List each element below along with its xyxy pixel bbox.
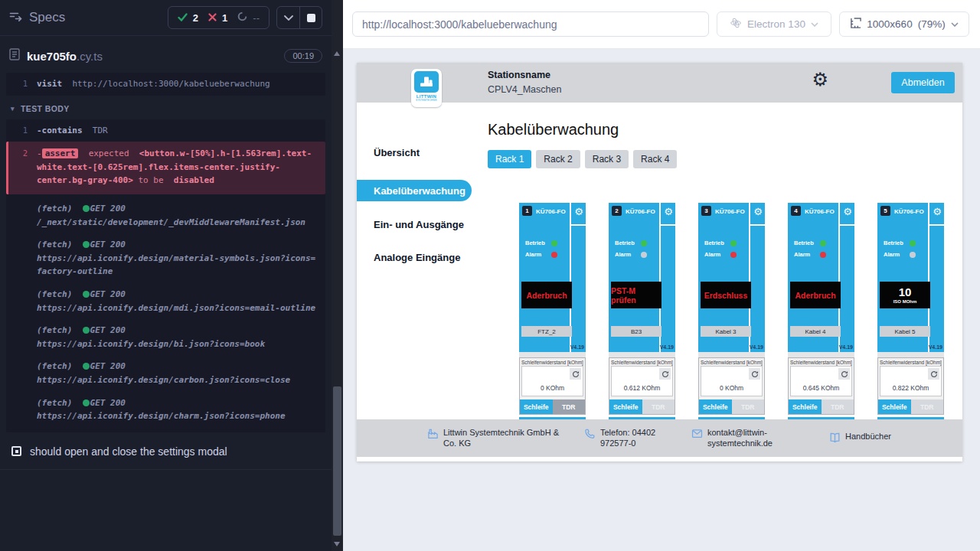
module-gear-icon[interactable]: ⚙ (574, 207, 583, 217)
failed-assert-row[interactable]: 2 -assert expected <button.w-[50%].h-[1.… (6, 142, 325, 194)
book-icon (829, 432, 841, 446)
resistance-readout: 0.645 KOhm (790, 366, 852, 396)
module-number-badge: 2 (612, 206, 622, 216)
status-ok-dot (83, 291, 90, 298)
settings-gear-icon[interactable]: ⚙ (812, 70, 828, 89)
resistance-value: 0.822 KOhm (880, 384, 941, 392)
station-label: Stationsname (488, 70, 561, 80)
spec-file-name: kue705fo.cy.ts (27, 50, 103, 63)
tdr-button[interactable]: TDR (911, 399, 944, 414)
module-model: KÜ706-FO (536, 208, 566, 215)
scrollbar-thumb[interactable] (333, 386, 341, 536)
pending-test-row[interactable]: should open and close the settings modal (0, 434, 332, 470)
url-input[interactable] (352, 11, 709, 37)
reporter-header: Specs 2 1 -- (0, 0, 332, 36)
cable-label: Kabel 5 (880, 326, 930, 337)
resistance-panel: Schleifenwiderstand [kOhm]0 KOhmSchleife… (698, 357, 765, 415)
rack-tab-2[interactable]: Rack 2 (536, 150, 580, 168)
chevron-down-icon (951, 22, 959, 27)
tdr-button[interactable]: TDR (822, 399, 854, 414)
cable-label: FTZ_2 (521, 326, 572, 337)
network-log-row[interactable]: (fetch) GET 200https://api.iconify.desig… (6, 230, 325, 280)
alarm-led (730, 252, 737, 258)
module-display: 10ISO MOhm (880, 282, 930, 308)
reporter-scrollbar[interactable] (332, 0, 343, 551)
resistance-panel: Schleifenwiderstand [kOhm]0.822 KOhmSchl… (877, 357, 944, 415)
preview-topbar: Electron 130 1000x660 (79%) (343, 0, 980, 49)
betrieb-led (820, 240, 826, 246)
device-card-1: 1KÜ706-FO⚙BetriebAlarmAderbruchFTZ_2V4.1… (519, 203, 586, 426)
device-card-3: 3KÜ706-FO⚙BetriebAlarmErdschlussKabel 3V… (698, 203, 765, 426)
specs-label[interactable]: Specs (29, 10, 65, 25)
station-info: Stationsname CPLV4_Maschen (488, 70, 561, 95)
schleife-button[interactable]: Schleife (789, 399, 822, 414)
firmware-version: V4.19 (839, 344, 853, 350)
pending-circle-icon (237, 11, 247, 24)
network-log-row[interactable]: (fetch) GET 200https://api.iconify.desig… (6, 352, 325, 388)
scroll-up-arrow[interactable] (334, 51, 340, 56)
browser-select[interactable]: Electron 130 (717, 11, 831, 37)
ruler-icon (850, 18, 861, 31)
rack-tab-1[interactable]: Rack 1 (488, 150, 531, 168)
resistance-label: Schleifenwiderstand [kOhm] (520, 358, 585, 366)
test-body-section[interactable]: ▾ TEST BODY (6, 96, 325, 119)
aut-iframe: LITTWIN SYSTEMTECHNIK Stationsname CPLV4… (357, 63, 962, 461)
module-gear-icon[interactable]: ⚙ (664, 207, 673, 217)
sidebar-item-2[interactable]: Kabelüberwachung (357, 180, 472, 201)
refresh-button[interactable] (928, 368, 939, 380)
alarm-text: Aderbruch (526, 291, 567, 300)
resistance-label: Schleifenwiderstand [kOhm] (609, 358, 675, 366)
stat-passed: 2 (178, 12, 198, 24)
command-contains[interactable]: 1 -contains TDR (6, 119, 325, 142)
module-gear-icon[interactable]: ⚙ (753, 207, 763, 217)
network-log-row[interactable]: (fetch) GET 200https://api.iconify.desig… (6, 389, 325, 425)
logout-button[interactable]: Abmelden (891, 72, 955, 93)
rack-tab-3[interactable]: Rack 3 (585, 150, 629, 168)
footer-item-email[interactable]: kontakt@littwin-systemtechnik.de (691, 427, 805, 450)
app-header: LITTWIN SYSTEMTECHNIK Stationsname CPLV4… (357, 63, 962, 103)
viewport-select[interactable]: 1000x660 (79%) (839, 11, 969, 37)
network-log-row[interactable]: (fetch) GET 200https://api.iconify.desig… (6, 280, 325, 316)
stop-run-button[interactable] (299, 7, 322, 28)
network-log-row[interactable]: (fetch) GET 200https://api.iconify.desig… (6, 316, 325, 352)
tdr-button[interactable]: TDR (642, 399, 675, 414)
schleife-button[interactable]: Schleife (699, 399, 732, 414)
alarm-led (551, 252, 557, 258)
app-body: ÜbersichtKabelüberwachungEin- und Ausgän… (357, 103, 962, 419)
sidebar-item-1[interactable]: Übersicht (357, 147, 475, 158)
tdr-button[interactable]: TDR (553, 399, 586, 414)
specs-menu-icon[interactable] (9, 11, 22, 24)
schleife-button[interactable]: Schleife (609, 399, 642, 414)
module-gear-icon[interactable]: ⚙ (843, 207, 852, 217)
refresh-button[interactable] (570, 368, 581, 380)
refresh-button[interactable] (749, 368, 760, 380)
sidebar-item-3[interactable]: Ein- und Ausgänge (357, 219, 475, 230)
scroll-down-arrow[interactable] (334, 542, 340, 546)
module-gear-icon[interactable]: ⚙ (933, 207, 942, 217)
spec-file-row[interactable]: kue705fo.cy.ts 00:19 (0, 36, 332, 71)
sidebar-item-4[interactable]: Analoge Eingänge (357, 252, 475, 263)
refresh-button[interactable] (838, 368, 850, 380)
rack-tabs: Rack 1Rack 2Rack 3Rack 4 (488, 150, 962, 168)
station-name: CPLV4_Maschen (488, 84, 561, 95)
network-log-row[interactable]: (fetch) GET 200/_next/static/development… (6, 194, 325, 230)
schleife-button[interactable]: Schleife (878, 399, 911, 414)
cable-label: Kabel 4 (790, 326, 841, 337)
module-model: KÜ706-FO (626, 208, 655, 215)
tdr-button[interactable]: TDR (732, 399, 765, 414)
status-ok-dot (83, 327, 90, 334)
command-visit[interactable]: 1 visit http://localhost:3000/kabelueber… (6, 73, 325, 96)
spec-file-icon (9, 48, 20, 64)
resistance-value: 0.612 KOhm (612, 384, 672, 392)
footer-item-book[interactable]: Handbücher (829, 431, 929, 446)
rack-tab-4[interactable]: Rack 4 (633, 150, 677, 168)
betrieb-led (910, 240, 916, 246)
page-title: Kabelüberwachung (488, 121, 962, 139)
module-front: 3KÜ706-FO⚙BetriebAlarmErdschlussKabel 3V… (698, 203, 765, 352)
resistance-panel: Schleifenwiderstand [kOhm]0 KOhmSchleife… (519, 357, 586, 415)
refresh-button[interactable] (659, 368, 671, 380)
footer-item-factory: Littwin Systemtechnik GmbH & Co. KG (427, 427, 566, 450)
schleife-button[interactable]: Schleife (520, 399, 553, 414)
footer-item-phone[interactable]: Telefon: 04402 972577-0 (584, 427, 686, 450)
collapse-all-button[interactable] (277, 7, 299, 28)
